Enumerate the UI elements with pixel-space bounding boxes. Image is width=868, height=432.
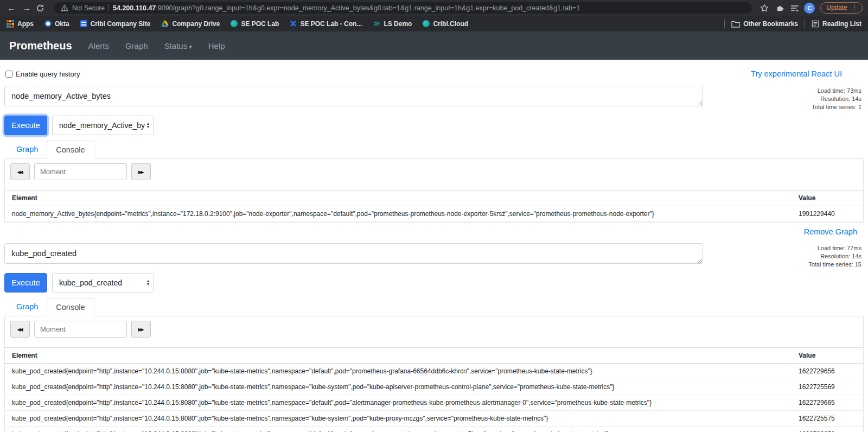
series-value: 1622729656 bbox=[792, 364, 863, 379]
prometheus-navbar: Prometheus Alerts Graph Status▾ Help bbox=[0, 31, 868, 60]
moment-back-button[interactable]: ◀◀ bbox=[10, 321, 30, 338]
enable-query-history-checkbox[interactable] bbox=[5, 71, 12, 78]
panel-tabs: Graph Console bbox=[4, 298, 864, 316]
load-time: Load time: 73ms bbox=[703, 87, 861, 95]
bookmarks-divider bbox=[724, 20, 725, 28]
select-arrows-icon: ▴▾ bbox=[147, 279, 149, 286]
moment-input[interactable] bbox=[34, 163, 127, 180]
chevron-down-icon: ▾ bbox=[189, 43, 192, 50]
address-bar[interactable]: Not Secure 54.200.110.47:9090/graph?g0.r… bbox=[54, 2, 752, 14]
extensions-icon[interactable] bbox=[774, 4, 786, 12]
metric-select-value: node_memory_Active_by bbox=[59, 121, 147, 130]
bookmark-label: Apps bbox=[17, 20, 34, 28]
bookmark-se-poc-lab-con[interactable]: SE POC Lab - Con... bbox=[290, 20, 362, 28]
bookmark-cribl-cloud[interactable]: Cribl.Cloud bbox=[423, 20, 468, 28]
table-row: kube_pod_created{endpoint="http",instanc… bbox=[5, 379, 863, 395]
bookmark-apps[interactable]: Apps bbox=[7, 20, 34, 28]
bookmark-star-icon[interactable] bbox=[758, 4, 770, 12]
bookmark-label: LS Demo bbox=[384, 20, 412, 28]
moment-forward-button[interactable]: ▶▶ bbox=[131, 321, 151, 338]
query-stats: Load time: 73ms Resolution: 14s Total ti… bbox=[703, 86, 864, 111]
query-expression-input[interactable]: kube_pod_created bbox=[4, 243, 703, 264]
omnibox-divider bbox=[108, 4, 109, 11]
bookmark-label: Cribl Company Site bbox=[91, 20, 151, 28]
tab-graph[interactable]: Graph bbox=[8, 298, 47, 316]
media-controls-icon[interactable] bbox=[789, 4, 801, 12]
query-panel-1: kube_pod_created Load time: 77ms Resolut… bbox=[4, 243, 864, 432]
table-row: kube_pod_created{endpoint="http",instanc… bbox=[5, 364, 863, 379]
series-value: 1622725575 bbox=[792, 411, 863, 427]
tab-console[interactable]: Console bbox=[47, 141, 94, 159]
metric-select[interactable]: kube_pod_created ▴▾ bbox=[52, 273, 154, 293]
tab-graph[interactable]: Graph bbox=[8, 141, 47, 158]
resolution: Resolution: 14s bbox=[703, 252, 861, 261]
moment-input[interactable] bbox=[34, 321, 127, 338]
drive-icon bbox=[161, 20, 169, 28]
table-row: kube_pod_created{endpoint="http",instanc… bbox=[5, 411, 863, 427]
prometheus-brand[interactable]: Prometheus bbox=[9, 40, 72, 52]
rewind-icon: ◀◀ bbox=[17, 327, 23, 332]
double-chevron-icon bbox=[373, 20, 380, 27]
bookmark-se-poc-lab[interactable]: SE POC Lab bbox=[231, 20, 279, 28]
browser-menu-icon[interactable]: ⋮ bbox=[851, 4, 858, 11]
nav-help[interactable]: Help bbox=[208, 41, 225, 50]
series-element: kube_pod_created{endpoint="http",instanc… bbox=[5, 411, 792, 427]
query-history-row: Enable query history Try experimental Re… bbox=[5, 69, 864, 78]
moment-back-button[interactable]: ◀◀ bbox=[10, 163, 30, 180]
series-value: 1622729665 bbox=[792, 395, 863, 411]
series-element: kube_pod_created{endpoint="http",instanc… bbox=[5, 379, 792, 395]
table-row: kube_pod_created{endpoint="http",instanc… bbox=[5, 427, 863, 432]
bookmark-label: SE POC Lab bbox=[241, 20, 279, 28]
enable-query-history-label: Enable query history bbox=[16, 70, 80, 78]
nav-graph[interactable]: Graph bbox=[125, 41, 148, 50]
profile-avatar[interactable]: C bbox=[804, 3, 815, 14]
execute-button[interactable]: Execute bbox=[4, 116, 47, 135]
tab-console[interactable]: Console bbox=[47, 298, 94, 316]
react-ui-link[interactable]: Try experimental React UI bbox=[751, 69, 842, 78]
nav-alerts[interactable]: Alerts bbox=[88, 41, 109, 50]
other-bookmarks-button[interactable]: Other Bookmarks bbox=[731, 20, 798, 28]
reload-icon[interactable] bbox=[36, 4, 48, 12]
console-table: Element Value node_memory_Active_bytes{e… bbox=[5, 190, 863, 222]
url-host: 54.200.110.47 bbox=[113, 4, 156, 12]
bookmark-label: SE POC Lab - Con... bbox=[300, 20, 362, 28]
bookmark-ls-demo[interactable]: LS Demo bbox=[373, 20, 412, 28]
not-secure-icon bbox=[61, 4, 68, 11]
nav-status[interactable]: Status▾ bbox=[164, 41, 192, 50]
series-value: 1622729656 bbox=[792, 427, 863, 432]
rewind-icon: ◀◀ bbox=[17, 169, 23, 175]
cribl-cloud-icon bbox=[423, 20, 430, 27]
forward-icon[interactable]: → bbox=[21, 3, 33, 12]
query-expression-input[interactable]: node_memory_Active_bytes bbox=[4, 86, 703, 106]
okta-icon bbox=[44, 20, 52, 27]
query-panel-0: node_memory_Active_bytes Load time: 73ms… bbox=[4, 86, 864, 242]
update-label: Update bbox=[826, 4, 847, 11]
apps-grid-icon bbox=[7, 20, 14, 28]
execute-button[interactable]: Execute bbox=[4, 273, 47, 293]
resolution: Resolution: 14s bbox=[703, 95, 861, 103]
chrome-update-button[interactable]: Update ⋮ bbox=[820, 2, 863, 14]
element-header: Element bbox=[5, 348, 792, 364]
back-icon[interactable]: ← bbox=[5, 3, 17, 12]
series-value: 1991229440 bbox=[792, 206, 863, 222]
page-content: Enable query history Try experimental Re… bbox=[0, 60, 868, 432]
cribl-logo-icon bbox=[231, 20, 238, 27]
moment-forward-button[interactable]: ▶▶ bbox=[131, 163, 151, 180]
url-path: :9090/graph?g0.range_input=1h&g0.expr=no… bbox=[156, 4, 580, 12]
remove-graph-link[interactable]: Remove Graph bbox=[804, 227, 857, 236]
bookmark-label: Okta bbox=[55, 20, 69, 28]
metric-select[interactable]: node_memory_Active_by ▴▾ bbox=[52, 116, 154, 135]
folder-icon bbox=[731, 20, 740, 28]
bookmark-okta[interactable]: Okta bbox=[44, 20, 69, 28]
total-time-series: Total time series: 1 bbox=[703, 103, 861, 111]
series-element: node_memory_Active_bytes{endpoint="metri… bbox=[5, 206, 792, 222]
fast-forward-icon: ▶▶ bbox=[138, 169, 144, 175]
url-text: 54.200.110.47:9090/graph?g0.range_input=… bbox=[113, 4, 580, 12]
bookmark-cribl-company-site[interactable]: Cribl Company Site bbox=[80, 20, 151, 28]
element-header: Element bbox=[5, 190, 792, 206]
reading-list-label: Reading List bbox=[822, 20, 861, 28]
value-header: Value bbox=[792, 190, 863, 206]
reading-list-button[interactable]: Reading List bbox=[812, 20, 861, 28]
bookmark-company-drive[interactable]: Company Drive bbox=[161, 20, 220, 28]
other-bookmarks-label: Other Bookmarks bbox=[743, 20, 798, 28]
